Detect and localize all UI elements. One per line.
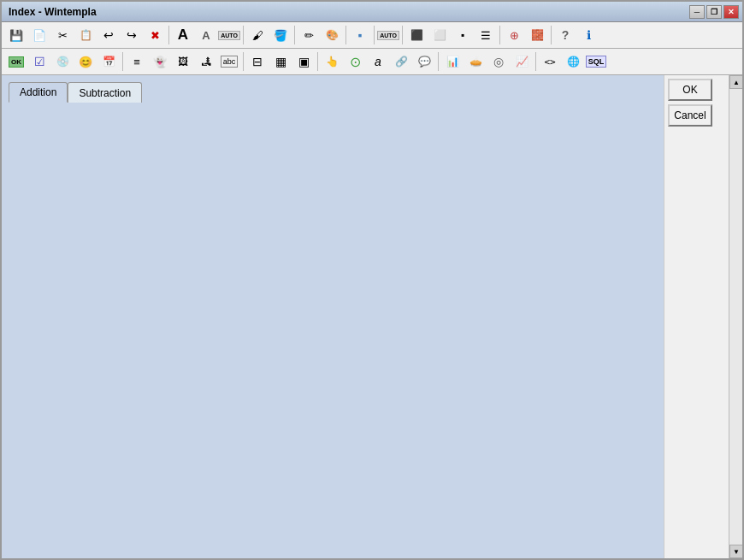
paint2-button[interactable]: 🪣: [269, 24, 292, 46]
photo-button[interactable]: 🖼: [172, 50, 194, 73]
check-icon: ☑: [34, 55, 45, 68]
lines1-button[interactable]: ☰: [475, 24, 497, 46]
scroll-up-button[interactable]: ▲: [729, 75, 742, 89]
close-button[interactable]: ✕: [723, 5, 739, 19]
tab-subtraction[interactable]: Subtraction: [68, 82, 142, 103]
smiley-button[interactable]: 😊: [74, 50, 97, 73]
sep1: [168, 26, 169, 44]
ok-button[interactable]: OK: [668, 79, 712, 101]
bubble-button[interactable]: 💬: [413, 50, 435, 73]
cc-button[interactable]: ◎: [487, 50, 510, 73]
restore-button[interactable]: ❐: [706, 5, 722, 19]
sep13: [535, 52, 536, 71]
sep4: [345, 26, 346, 44]
sep11: [317, 52, 318, 71]
sep5: [374, 26, 375, 44]
sql-icon: SQL: [586, 56, 607, 68]
redo-icon: ↪: [127, 28, 137, 42]
auto2-button[interactable]: AUTO: [377, 24, 399, 46]
list-button[interactable]: ≡: [126, 50, 148, 73]
paste-icon: 📋: [80, 29, 92, 41]
bubble-icon: 💬: [418, 56, 431, 68]
colors-auto-icon: 🎨: [326, 29, 339, 41]
calendar-icon: 📅: [103, 56, 115, 68]
cancel-button[interactable]: Cancel: [668, 104, 712, 127]
text-field-icon: abc: [221, 56, 239, 68]
ok-icon: OK: [9, 56, 24, 68]
paste-button[interactable]: 📋: [74, 24, 97, 46]
wall-button[interactable]: 🧱: [526, 24, 548, 46]
wall-icon: 🧱: [531, 29, 544, 41]
sep6: [402, 26, 403, 44]
delete-icon: ✖: [151, 29, 160, 42]
circle-button[interactable]: ⊙: [344, 50, 366, 73]
hand-button[interactable]: 👆: [321, 50, 343, 73]
action-buttons: OK Cancel: [664, 75, 729, 130]
scroll-down-button[interactable]: ▼: [729, 545, 742, 558]
image-icon: 🏞: [201, 56, 211, 68]
text-small-button[interactable]: A: [195, 24, 217, 46]
paint1-icon: 🖌: [252, 29, 263, 42]
disk-button[interactable]: 💿: [51, 50, 74, 73]
code-button[interactable]: <>: [539, 50, 561, 73]
a-lower-button[interactable]: a: [367, 50, 389, 73]
title-bar: Index - Wintempla ─ ❐ ✕: [2, 2, 742, 22]
align-c2-icon: ⬜: [434, 29, 446, 41]
cross-button[interactable]: ⊕: [503, 24, 525, 46]
tab-addition[interactable]: Addition: [9, 82, 68, 103]
link-icon: 🔗: [395, 56, 408, 68]
square-icon: ▪: [358, 28, 363, 42]
cut-button[interactable]: ✂: [51, 24, 74, 46]
link-button[interactable]: 🔗: [390, 50, 412, 73]
sql-button[interactable]: SQL: [585, 50, 607, 73]
auto-text-icon: AUTO: [218, 31, 240, 40]
check-button[interactable]: ☑: [28, 50, 50, 73]
minimize-button[interactable]: ─: [689, 5, 705, 19]
align-r-button[interactable]: ▪: [452, 24, 474, 46]
paint1-button[interactable]: 🖌: [246, 24, 269, 46]
info-icon: ℹ: [587, 28, 591, 42]
frame-button[interactable]: ▣: [292, 50, 315, 73]
new-button[interactable]: 📄: [28, 24, 50, 46]
pencils-button[interactable]: ✏: [298, 24, 320, 46]
auto-text-button[interactable]: AUTO: [218, 24, 240, 46]
chart2-icon: 📈: [516, 56, 528, 68]
calendar-button[interactable]: 📅: [97, 50, 120, 73]
content-area: Addition Subtraction OK Cancel ▲ ▼: [2, 75, 742, 558]
grid-button[interactable]: ⊟: [246, 50, 269, 73]
web-button[interactable]: 🌐: [562, 50, 584, 73]
save-icon: [9, 28, 23, 42]
smiley-icon: 😊: [79, 56, 92, 68]
colors-auto-button[interactable]: 🎨: [321, 24, 343, 46]
scroll-track[interactable]: [729, 89, 742, 545]
sep7: [499, 26, 500, 44]
photo-icon: 🖼: [178, 56, 188, 68]
cross-icon: ⊕: [510, 29, 519, 42]
question-button[interactable]: ?: [554, 24, 576, 46]
align-l-button[interactable]: ⬛: [405, 24, 428, 46]
undo-button[interactable]: ↩: [97, 24, 120, 46]
undo-icon: ↩: [103, 28, 114, 42]
text-big-icon: A: [178, 27, 188, 44]
toolbar-row2: OK ☑ 💿 😊 📅 ≡ 👻 🖼 🏞 abc ⊟ ▦ ▣ 👆 ⊙ a 🔗 💬: [2, 49, 742, 75]
align-c2-button[interactable]: ⬜: [428, 24, 451, 46]
table2-button[interactable]: ▦: [269, 50, 292, 73]
chart2-button[interactable]: 📈: [511, 50, 533, 73]
sep12: [438, 52, 439, 71]
image-button[interactable]: 🏞: [195, 50, 217, 73]
info-button[interactable]: ℹ: [577, 24, 599, 46]
square-button[interactable]: ▪: [349, 24, 371, 46]
save-button[interactable]: [5, 24, 27, 46]
new-icon: 📄: [32, 29, 46, 42]
chart-bar-button[interactable]: 📊: [441, 50, 464, 73]
redo-button[interactable]: ↪: [121, 24, 143, 46]
ghost-button[interactable]: 👻: [149, 50, 171, 73]
chart-pie-button[interactable]: 🥧: [464, 50, 487, 73]
text-big-button[interactable]: A: [172, 24, 194, 46]
delete-button[interactable]: ✖: [144, 24, 166, 46]
auto2-icon: AUTO: [377, 31, 399, 40]
text-field-button[interactable]: abc: [218, 50, 240, 73]
tab-content-area: [9, 103, 657, 487]
ok-tool-button[interactable]: OK: [5, 50, 27, 73]
main-window: Index - Wintempla ─ ❐ ✕ 📄 ✂ 📋 ↩ ↪ ✖ A A …: [0, 0, 744, 560]
